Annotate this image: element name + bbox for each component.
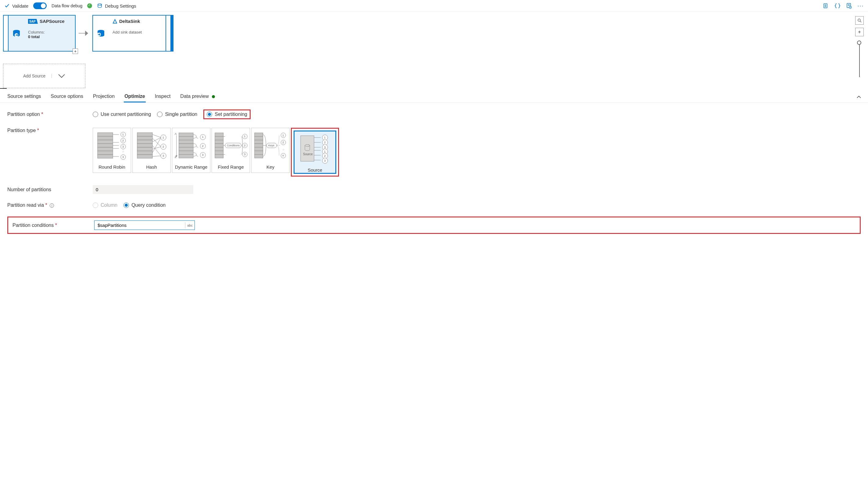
settings-doc-icon[interactable]: [846, 3, 852, 9]
radio-use-current[interactable]: Use current partitioning: [93, 112, 151, 117]
radio-set-label: Set partitioning: [215, 112, 247, 117]
tab-data-preview-label: Data preview: [180, 94, 209, 99]
svg-text:2: 2: [324, 141, 326, 144]
debug-settings-button[interactable]: Debug Settings: [97, 3, 136, 8]
key-icon: Keys 12n: [252, 128, 289, 163]
svg-text:n: n: [282, 154, 284, 157]
svg-rect-72: [255, 136, 263, 140]
svg-rect-59: [215, 144, 224, 147]
tab-source-settings[interactable]: Source settings: [7, 91, 41, 102]
tab-optimize[interactable]: Optimize: [124, 91, 146, 102]
ptype-hash[interactable]: 123 Hash: [132, 128, 171, 173]
svg-rect-33: [137, 151, 152, 155]
radio-use-current-label: Use current partitioning: [101, 112, 151, 117]
svg-rect-47: [179, 147, 193, 151]
ptype-source[interactable]: Source 123123 Source: [294, 131, 336, 174]
connector-arrow-icon: [79, 15, 89, 52]
add-step-button[interactable]: +: [73, 49, 78, 54]
radio-read-query-label: Query condition: [131, 203, 166, 208]
highlight-partition-conditions: Partition conditions * abc: [7, 216, 861, 234]
num-partitions-input[interactable]: [93, 185, 193, 194]
ptype-round-robin[interactable]: 1233 Round Robin: [93, 128, 131, 173]
preview-status-dot-icon: [212, 95, 215, 98]
columns-count: 0 total: [28, 35, 40, 39]
toolbar-right: ···: [823, 3, 864, 9]
info-icon[interactable]: i: [50, 203, 54, 208]
add-source-button[interactable]: Add Source: [3, 64, 85, 88]
svg-rect-62: [215, 154, 224, 158]
database-in-icon: [96, 28, 105, 38]
columns-label: Columns:: [28, 30, 45, 35]
fixed-range-icon: Conditions 123: [212, 128, 250, 163]
status-ok-icon: [87, 3, 92, 8]
svg-rect-56: [215, 133, 224, 136]
tab-data-preview[interactable]: Data preview: [179, 91, 215, 102]
ptype-hash-label: Hash: [146, 163, 157, 173]
svg-rect-74: [255, 144, 263, 147]
debug-toggle[interactable]: [33, 2, 47, 9]
chevron-down-icon: [52, 74, 65, 78]
validate-label: Validate: [12, 3, 28, 8]
sink-node-sub: Add sink dataset: [113, 30, 161, 35]
svg-text:1: 1: [202, 135, 204, 138]
ptype-key[interactable]: Keys 12n Key: [251, 128, 290, 173]
zoom-in-button[interactable]: +: [855, 28, 864, 36]
num-partitions-label: Number of partitions: [7, 187, 93, 192]
zoom-slider[interactable]: [859, 41, 860, 77]
svg-point-22: [122, 151, 124, 152]
svg-rect-77: [255, 154, 263, 158]
svg-rect-30: [137, 140, 152, 144]
svg-text:2: 2: [282, 141, 284, 144]
svg-text:Conditions: Conditions: [227, 144, 239, 147]
toggle-knob: [41, 3, 46, 8]
tab-projection[interactable]: Projection: [92, 91, 115, 102]
ptype-round-robin-label: Round Robin: [98, 163, 125, 173]
svg-rect-61: [215, 151, 224, 154]
radio-set-partitioning[interactable]: Set partitioning: [207, 112, 247, 117]
ptype-fixed-range[interactable]: Conditions 123 Fixed Range: [212, 128, 250, 173]
validate-button[interactable]: Validate: [4, 3, 28, 8]
svg-text:1: 1: [324, 136, 326, 139]
more-icon[interactable]: ···: [857, 3, 864, 9]
collapse-panel-button[interactable]: [856, 95, 861, 98]
optimize-form: Partition option * Use current partition…: [0, 103, 868, 241]
radio-read-column: Column: [93, 203, 117, 208]
expression-builder-button[interactable]: abc: [185, 222, 194, 228]
svg-rect-16: [98, 147, 113, 151]
ptype-dynamic-range[interactable]: AZ 123 Dynamic Range: [172, 128, 210, 173]
round-robin-icon: 1233: [93, 128, 131, 163]
sink-node[interactable]: DeltaSink Add sink dataset: [92, 15, 173, 52]
svg-rect-28: [137, 133, 152, 136]
svg-rect-58: [215, 140, 224, 144]
svg-text:3: 3: [202, 153, 204, 156]
tab-inspect[interactable]: Inspect: [154, 91, 171, 102]
radio-read-column-label: Column: [101, 203, 117, 208]
source-node[interactable]: SAP SAPSource Columns: 0 total +: [3, 15, 76, 52]
zoom-slider-knob[interactable]: [857, 41, 861, 45]
conditions-input[interactable]: [95, 221, 185, 230]
canvas-tools: +: [855, 16, 864, 77]
tab-source-options[interactable]: Source options: [50, 91, 84, 102]
search-canvas-button[interactable]: [855, 16, 864, 25]
svg-rect-45: [179, 140, 193, 144]
svg-rect-48: [179, 151, 193, 154]
svg-text:3: 3: [244, 153, 246, 156]
radio-single-partition[interactable]: Single partition: [157, 112, 197, 117]
debug-settings-icon: [97, 3, 102, 8]
svg-text:2: 2: [122, 139, 124, 142]
debug-label: Data flow debug: [52, 3, 82, 8]
svg-text:1: 1: [162, 136, 164, 139]
dataflow-canvas[interactable]: SAP SAPSource Columns: 0 total +: [0, 12, 868, 88]
svg-rect-75: [255, 147, 263, 151]
code-braces-icon[interactable]: [834, 3, 841, 9]
radio-read-query[interactable]: Query condition: [123, 203, 166, 208]
svg-rect-18: [98, 155, 113, 158]
svg-text:2: 2: [244, 144, 246, 147]
sink-node-title: DeltaSink: [119, 19, 140, 24]
svg-text:SAP: SAP: [29, 20, 36, 23]
svg-rect-29: [137, 136, 152, 140]
script-icon[interactable]: [823, 3, 829, 9]
svg-rect-57: [215, 136, 224, 140]
source-partition-icon: Source 123123: [294, 131, 335, 166]
conditions-label: Partition conditions *: [13, 223, 94, 228]
